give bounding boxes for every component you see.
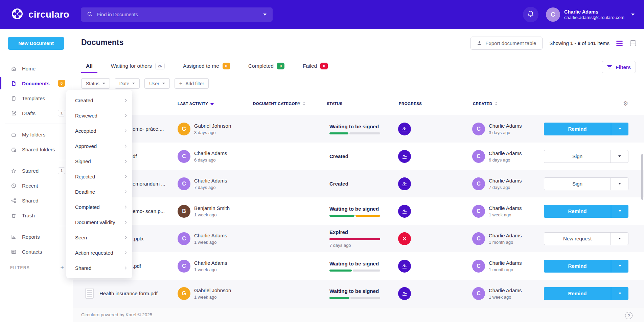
filter-chip-date[interactable]: Date: [115, 78, 140, 89]
notifications-button[interactable]: [523, 7, 538, 22]
status-menu-item-deadline[interactable]: Deadline: [66, 184, 132, 199]
tab-assigned-to-me[interactable]: Assigned to me0: [178, 59, 235, 73]
status-menu-item-accepted[interactable]: Accepted: [66, 123, 132, 138]
remind-button[interactable]: Remind: [544, 260, 611, 273]
sidebar-filters-label: FILTERS: [10, 265, 30, 270]
remind-button[interactable]: Remind: [544, 205, 611, 218]
signature-icon: [398, 205, 411, 218]
column-header-progress[interactable]: PROGRESS: [399, 97, 422, 110]
new-document-button[interactable]: New Document: [8, 37, 64, 50]
table-row[interactable]: .pptxCCharlie Adams1 week agoExpired7 da…: [73, 225, 644, 252]
last-activity-cell: GGabriel Johnson3 days ago: [178, 115, 231, 143]
sidebar-item-home[interactable]: Home: [0, 61, 73, 76]
add-sidebar-filter-button[interactable]: +: [60, 265, 64, 271]
column-header-status[interactable]: STATUS: [327, 97, 343, 110]
filter-chip-status[interactable]: Status: [81, 78, 110, 89]
table-settings-gear-icon[interactable]: ⚙: [623, 100, 628, 107]
search-scope-caret-icon[interactable]: [263, 14, 267, 16]
avatar: C: [178, 150, 190, 163]
table-row[interactable]: Health insurance form.pdfGGabriel Johnso…: [73, 280, 644, 307]
filters-button[interactable]: Filters: [602, 61, 636, 73]
status-menu-item-signed[interactable]: Signed: [66, 154, 132, 169]
tab-badge: 0: [320, 63, 328, 69]
sidebar-item-shared-folders[interactable]: Shared folders: [0, 142, 73, 157]
status-menu-item-approved[interactable]: Approved: [66, 138, 132, 154]
new-request-button[interactable]: New request: [544, 233, 611, 245]
sidebar-item-starred[interactable]: Starred1: [0, 163, 73, 178]
time-ago: 1 week ago: [194, 267, 227, 272]
action-dropdown-caret[interactable]: [611, 287, 628, 300]
table-row[interactable]: emo- práce....GGabriel Johnson3 days ago…: [73, 115, 644, 143]
action-dropdown-caret[interactable]: [611, 178, 628, 190]
grid-view-icon[interactable]: [630, 40, 636, 46]
sign-button[interactable]: Sign: [544, 178, 611, 190]
table-row[interactable]: emorandum ...CCharlie Adams7 days agoCre…: [73, 170, 644, 197]
list-view-icon[interactable]: [616, 41, 623, 46]
sidebar-item-trash[interactable]: Trash: [0, 208, 73, 223]
chevron-down-icon: [618, 238, 621, 239]
row-action: Remind: [544, 205, 628, 218]
template-icon: [10, 95, 17, 101]
plus-icon: +: [179, 81, 182, 86]
sidebar-item-drafts[interactable]: Drafts1: [0, 106, 73, 121]
avatar: C: [472, 150, 485, 163]
avatar: C: [472, 123, 485, 135]
status-menu-item-shared[interactable]: Shared: [66, 260, 132, 276]
time-ago: 1 week ago: [489, 295, 522, 300]
chevron-right-icon: [123, 206, 127, 209]
status-menu-item-rejected[interactable]: Rejected: [66, 169, 132, 184]
table-row[interactable]: emo- scan.p...BBenjamin Smith1 week agoW…: [73, 197, 644, 225]
status-menu-item-document-validity[interactable]: Document validity: [66, 215, 132, 230]
avatar: G: [178, 123, 190, 135]
action-dropdown-caret[interactable]: [611, 205, 628, 218]
global-search-input[interactable]: Find in Documents: [81, 7, 273, 22]
status-menu-item-reviewed[interactable]: Reviewed: [66, 108, 132, 123]
vertical-scrollbar[interactable]: [641, 154, 643, 200]
tab-waiting-for-others[interactable]: Waiting for others26: [106, 59, 169, 73]
person-name: Charlie Adams: [194, 260, 227, 266]
column-header-document-category[interactable]: DOCUMENT CATEGORY: [253, 97, 305, 110]
column-header-last-activity[interactable]: LAST ACTIVITY: [178, 97, 214, 110]
sidebar-item-templates[interactable]: Templates: [0, 91, 73, 106]
remind-button[interactable]: Remind: [544, 287, 611, 300]
action-dropdown-caret[interactable]: [611, 123, 628, 135]
help-button[interactable]: ?: [625, 312, 632, 319]
tab-failed[interactable]: Failed0: [298, 59, 332, 73]
sidebar-divider: [5, 226, 73, 226]
action-dropdown-caret[interactable]: [611, 150, 628, 163]
sidebar-item-reports[interactable]: Reports: [0, 229, 73, 244]
table-row[interactable]: .pdfCCharlie Adams1 week agoWaiting to b…: [73, 252, 644, 280]
add-filter-chip[interactable]: +Add filter: [175, 78, 209, 89]
status-menu-item-seen[interactable]: Seen: [66, 230, 132, 245]
export-document-table-button[interactable]: Export document table: [470, 37, 543, 50]
action-dropdown-caret[interactable]: [611, 260, 628, 273]
chevron-right-icon: [123, 266, 127, 270]
avatar: C: [178, 260, 190, 273]
sidebar-item-recent[interactable]: Recent: [0, 178, 73, 193]
sign-button[interactable]: Sign: [544, 150, 611, 163]
menu-item-label: Approved: [75, 143, 97, 149]
sidebar-item-contacts[interactable]: Contacts: [0, 244, 73, 259]
user-menu[interactable]: C Charlie Adams charlie.adams@circularo.…: [546, 7, 635, 22]
status-menu-item-completed[interactable]: Completed: [66, 199, 132, 215]
sidebar-item-shared[interactable]: Shared: [0, 193, 73, 208]
progress-bar: [329, 270, 380, 272]
progress-bar-segment: [353, 270, 380, 272]
status-menu-item-created[interactable]: Created: [66, 93, 132, 108]
action-dropdown-caret[interactable]: [611, 233, 628, 245]
contacts-icon: [10, 249, 17, 255]
header-actions: Export document table Showing 1 - 8 of 1…: [470, 37, 636, 50]
sidebar-item-documents[interactable]: Documents0: [0, 76, 73, 91]
remind-button[interactable]: Remind: [544, 123, 611, 135]
progress-bar: [329, 238, 380, 240]
progress-bar-segment: [329, 215, 354, 217]
tab-completed[interactable]: Completed0: [244, 59, 289, 73]
created-cell: CCharlie Adams1 week ago: [472, 197, 522, 225]
sidebar-item-my-folders[interactable]: My folders: [0, 127, 73, 142]
column-header-created[interactable]: CREATED: [473, 97, 498, 110]
menu-item-label: Deadline: [75, 189, 95, 195]
tab-all[interactable]: All: [81, 59, 97, 73]
filter-chip-user[interactable]: User: [144, 78, 170, 89]
table-row[interactable]: dfCCharlie Adams6 days agoCreatedCCharli…: [73, 143, 644, 170]
status-menu-item-action-requested[interactable]: Action requested: [66, 245, 132, 260]
